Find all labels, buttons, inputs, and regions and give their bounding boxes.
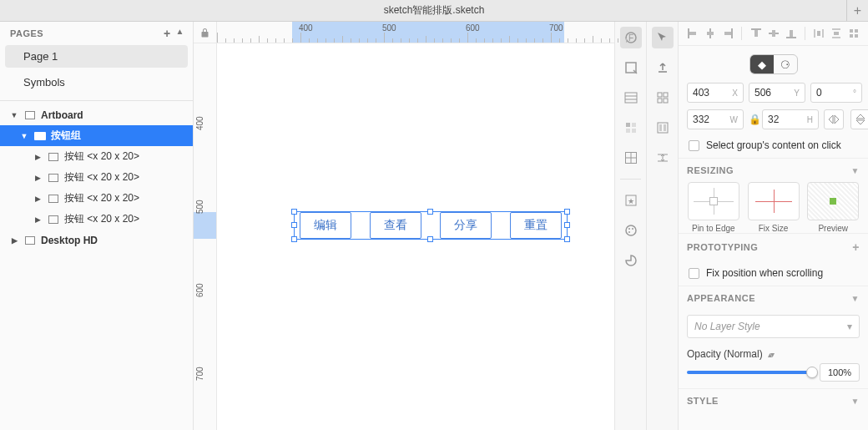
lock-aspect-icon[interactable]: 🔒 <box>749 114 757 125</box>
artboard-tool-icon[interactable] <box>620 57 642 78</box>
height-field[interactable]: 32H <box>762 109 819 129</box>
chevron-right-icon[interactable]: ▶ <box>33 195 42 203</box>
chevron-right-icon[interactable]: ▶ <box>33 153 42 161</box>
add-prototype-icon[interactable]: + <box>852 240 860 254</box>
style-header: STYLE <box>687 396 719 406</box>
select-group-content-checkbox[interactable] <box>689 140 699 151</box>
align-hcenter-icon[interactable] <box>703 26 718 41</box>
pin-to-edge-control[interactable] <box>688 182 739 220</box>
add-page-button[interactable]: + <box>164 27 171 40</box>
components-icon[interactable] <box>652 87 674 109</box>
resize-handle[interactable] <box>564 236 570 242</box>
slider-knob[interactable] <box>806 367 818 378</box>
svg-rect-3 <box>625 93 637 103</box>
layer-style-select[interactable]: No Layer Style ▾ <box>687 315 860 338</box>
chevron-right-icon[interactable]: ▶ <box>33 174 42 182</box>
y-field[interactable]: 506Y <box>749 83 805 103</box>
ruler-label: 600 <box>466 23 480 33</box>
layer-label: 按钮 <x 20 x 20> <box>64 212 139 226</box>
collapse-pages-icon[interactable]: ▲ <box>176 27 184 40</box>
chevron-right-icon[interactable]: ▶ <box>33 215 42 224</box>
collapse-section-icon[interactable]: ▼ <box>851 294 860 303</box>
align-bottom-icon[interactable] <box>784 26 799 41</box>
svg-rect-29 <box>689 32 696 35</box>
collapse-section-icon[interactable]: ▼ <box>851 166 860 175</box>
distribute-h-icon[interactable] <box>811 26 826 41</box>
resizing-header: RESIZING <box>687 165 734 175</box>
layer-label: 按钮组 <box>51 129 81 143</box>
rotation-field[interactable]: 0° <box>810 83 862 103</box>
ruler-vertical[interactable]: 400 500 600 700 <box>194 43 217 430</box>
page-item[interactable]: Symbols <box>5 71 188 94</box>
filter-icon[interactable]: F <box>620 27 642 48</box>
layer-row[interactable]: ▶按钮 <x 20 x 20> <box>0 209 193 230</box>
opacity-value-field[interactable]: 100% <box>820 363 860 382</box>
table-tool-icon[interactable] <box>620 147 642 169</box>
resize-handle[interactable] <box>291 209 297 215</box>
resize-preview <box>807 182 859 220</box>
resize-handle[interactable] <box>291 236 297 242</box>
canvas[interactable]: 编辑 查看 分享 重置 <box>217 43 614 430</box>
resize-handle[interactable] <box>427 236 433 242</box>
diamond-icon[interactable]: ◆ <box>750 55 774 73</box>
flip-v-icon[interactable] <box>850 109 868 129</box>
export-icon[interactable] <box>652 57 674 78</box>
svg-point-18 <box>628 231 630 233</box>
svg-rect-9 <box>632 129 636 133</box>
ruler-horizontal[interactable]: 400 500 600 700 <box>217 22 614 43</box>
star-tool-icon[interactable]: ★ <box>620 190 642 211</box>
svg-rect-39 <box>790 30 793 37</box>
palette-tool-icon[interactable] <box>620 220 642 241</box>
chevron-right-icon[interactable]: ▶ <box>10 236 18 245</box>
fix-label: Fix Size <box>759 224 789 233</box>
resize-handle[interactable] <box>427 209 433 215</box>
fix-size-control[interactable] <box>748 182 800 220</box>
align-left-icon[interactable] <box>685 26 700 41</box>
x-field[interactable]: 403X <box>687 83 744 103</box>
align-top-icon[interactable] <box>749 26 764 41</box>
globe-icon[interactable]: ⚆ <box>774 55 797 73</box>
tidy-icon[interactable] <box>846 26 861 41</box>
fix-position-checkbox[interactable] <box>689 268 699 279</box>
resize-handle[interactable] <box>564 209 570 215</box>
layer-row[interactable]: ▼按钮组 <box>0 125 193 146</box>
canvas-area[interactable]: 400 500 600 700 400 500 600 700 编辑 查看 分享… <box>194 22 614 430</box>
inspect-icon[interactable] <box>652 27 674 48</box>
distribute-v-icon[interactable] <box>829 26 844 41</box>
flip-h-icon[interactable] <box>824 109 844 129</box>
layout-icon[interactable] <box>652 117 674 139</box>
collapse-section-icon[interactable]: ▼ <box>851 397 860 406</box>
svg-rect-19 <box>658 93 662 97</box>
opacity-slider[interactable] <box>687 371 813 374</box>
symbol-mode-toggle[interactable]: ◆ ⚆ <box>749 54 798 74</box>
new-tab-button[interactable]: + <box>846 0 868 21</box>
ruler-origin-lock-icon[interactable] <box>194 22 217 43</box>
layer-row[interactable]: ▶按钮 <x 20 x 20> <box>0 167 193 188</box>
preview-label: Preview <box>818 224 848 233</box>
layer-row[interactable]: ▶按钮 <x 20 x 20> <box>0 188 193 209</box>
layer-row[interactable]: ▶按钮 <x 20 x 20> <box>0 146 193 167</box>
align-vcenter-icon[interactable] <box>766 26 781 41</box>
resize-handle[interactable] <box>291 222 297 228</box>
grid-tool-icon[interactable] <box>620 117 642 139</box>
layer-icon <box>47 152 59 162</box>
select-group-content-label: Select group's content on click <box>706 139 841 151</box>
spacing-icon[interactable] <box>652 147 674 169</box>
layer-row[interactable]: ▼Artboard <box>0 104 193 125</box>
chevron-down-icon[interactable]: ▼ <box>10 111 18 119</box>
page-item[interactable]: Page 1 <box>5 45 188 68</box>
opacity-label: Opacity (Normal) <box>687 348 763 360</box>
inspector-panel: ◆ ⚆ 403X 506Y 0° 332W 🔒 32H Select group… <box>678 22 868 430</box>
appearance-header: APPEARANCE <box>687 293 755 303</box>
ruler-label: 500 <box>382 23 396 33</box>
window-titlebar: sketch智能排版.sketch + <box>0 0 868 22</box>
opacity-stepper-icon[interactable]: ▴▾ <box>768 350 773 359</box>
chart-tool-icon[interactable] <box>620 250 642 271</box>
align-right-icon[interactable] <box>720 26 735 41</box>
list-tool-icon[interactable] <box>620 87 642 109</box>
selection-box[interactable]: 编辑 查看 分享 重置 <box>295 212 567 239</box>
width-field[interactable]: 332W <box>687 109 744 129</box>
chevron-down-icon[interactable]: ▼ <box>20 132 28 140</box>
layer-row[interactable]: ▶Desktop HD <box>0 230 193 250</box>
resize-handle[interactable] <box>564 222 570 228</box>
